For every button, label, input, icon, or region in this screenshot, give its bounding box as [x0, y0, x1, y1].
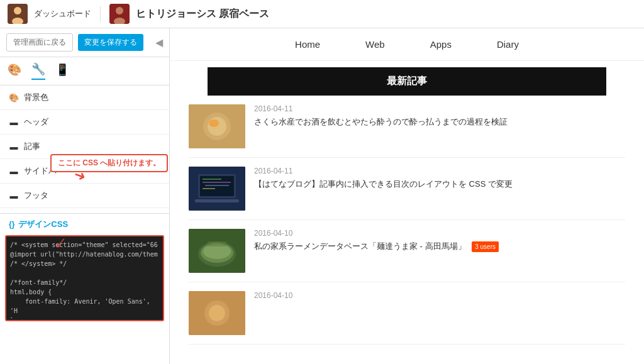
tab-wrench[interactable]: 🔧: [31, 62, 45, 80]
menu-item-sidebar[interactable]: ▬ サイドバー ここに CSS へ貼り付けます。 ➜: [0, 159, 169, 184]
design-css-section: {} デザインCSS ↓ /* <system section="theme" …: [0, 213, 169, 321]
menu-label-article: 記事: [24, 141, 40, 152]
svg-point-8: [208, 117, 226, 136]
post-content: 2016-04-11 さくら水産でお酒を飲むとやたら酔うので酔っ払うまでの過程を…: [254, 104, 625, 128]
post-content: 2016-04-10 私の家系ラーメンデータベース「麺達うま家 - 高田馬場」 …: [254, 229, 625, 253]
top-bar: ダッシュボード ヒトリジョーシス 原宿ベース: [0, 0, 644, 28]
site-avatar: [109, 4, 130, 24]
menu-item-footer[interactable]: ▬ フッタ: [0, 184, 169, 208]
save-button[interactable]: 変更を保存する: [78, 34, 143, 51]
post-item: 2016-04-10: [189, 282, 625, 345]
post-title: 私の家系ラーメンデータベース「麺達うま家 - 高田馬場」 3 users: [254, 240, 625, 253]
main-layout: 管理画面に戻る 変更を保存する ◀ 🎨 🔧 📱 🎨 背景色 ▬ ヘッダ ▬ 記事: [0, 28, 644, 364]
svg-rect-14: [203, 179, 221, 180]
post-item: 2016-04-10 私の家系ラーメンデータベース「麺達うま家 - 高田馬場」 …: [189, 220, 625, 282]
menu-item-background[interactable]: 🎨 背景色: [0, 85, 169, 110]
css-editor[interactable]: /* <system section="theme" selected="66 …: [6, 236, 163, 318]
menu-label-footer: フッタ: [24, 190, 48, 201]
collapse-button[interactable]: ◀: [155, 36, 163, 48]
svg-rect-17: [203, 188, 215, 189]
design-css-label: デザインCSS: [18, 219, 68, 230]
svg-point-1: [14, 7, 21, 14]
post-content: 2016-04-11 【はてなブログ】記事内に挿入できる目次のレイアウトを CS…: [254, 167, 625, 190]
post-date: 2016-04-11: [254, 167, 625, 175]
post-thumbnail: [189, 229, 245, 273]
preview-area: Home Web Apps Diary 最新記事: [170, 28, 644, 364]
css-annotation: ここに CSS へ貼り付けます。: [50, 154, 168, 172]
recent-header: 最新記事: [208, 67, 606, 96]
post-list: 2016-04-11 さくら水産でお酒を飲むとやたら酔うので酔っ払うまでの過程を…: [170, 96, 644, 345]
sidebar-menu: 🎨 背景色 ▬ ヘッダ ▬ 記事 ▬ サイドバー ここに CSS へ貼り付けます…: [0, 85, 169, 364]
braces-icon: {}: [9, 220, 14, 229]
post-date: 2016-04-11: [254, 104, 625, 113]
post-title: さくら水産でお酒を飲むとやたら酔うので酔っ払うまでの過程を検証: [254, 116, 625, 128]
post-date: 2016-04-10: [254, 291, 625, 300]
tab-palette[interactable]: 🎨: [8, 63, 21, 79]
svg-rect-13: [195, 199, 239, 202]
nav-web[interactable]: Web: [343, 28, 408, 61]
tab-mobile[interactable]: 📱: [55, 63, 69, 79]
post-item: 2016-04-11 【はてなブログ】記事内に挿入できる目次のレイアウトを CS…: [189, 158, 625, 220]
nav-diary[interactable]: Diary: [474, 28, 541, 61]
post-content: 2016-04-10: [254, 291, 625, 302]
header-icon: ▬: [9, 117, 19, 127]
svg-rect-15: [203, 182, 231, 183]
article-icon: ▬: [9, 141, 19, 152]
separator: [100, 6, 101, 21]
svg-rect-16: [205, 185, 229, 186]
svg-point-25: [209, 305, 225, 321]
palette-icon: 🎨: [9, 92, 19, 102]
users-badge: 3 users: [472, 241, 499, 252]
menu-item-header[interactable]: ▬ ヘッダ: [0, 110, 169, 135]
nav-apps[interactable]: Apps: [408, 28, 474, 61]
svg-rect-22: [208, 241, 226, 246]
post-item: 2016-04-11 さくら水産でお酒を飲むとやたら酔うので酔っ払うまでの過程を…: [189, 96, 625, 158]
sidebar-toolbar: 管理画面に戻る 変更を保存する ◀: [0, 28, 169, 57]
post-title: 【はてなブログ】記事内に挿入できる目次のレイアウトを CSS で変更: [254, 178, 625, 190]
back-button[interactable]: 管理画面に戻る: [6, 33, 73, 52]
css-editor-container: /* <system section="theme" selected="66 …: [5, 235, 164, 321]
svg-point-4: [116, 7, 123, 14]
design-css-header[interactable]: {} デザインCSS: [0, 214, 169, 235]
menu-label-background: 背景色: [24, 92, 48, 103]
menu-label-header: ヘッダ: [24, 116, 48, 128]
post-thumbnail: [189, 104, 245, 148]
preview-nav: Home Web Apps Diary: [170, 28, 644, 61]
site-name: ヒトリジョーシス 原宿ベース: [136, 8, 269, 21]
svg-point-9: [209, 119, 219, 127]
left-sidebar: 管理画面に戻る 変更を保存する ◀ 🎨 🔧 📱 🎨 背景色 ▬ ヘッダ ▬ 記事: [0, 28, 170, 364]
dashboard-label: ダッシュボード: [34, 8, 91, 19]
user-avatar: [8, 4, 28, 24]
post-thumbnail: [189, 291, 245, 335]
sidebar-tabs: 🎨 🔧 📱: [0, 57, 169, 85]
post-thumbnail: [189, 167, 245, 211]
post-date: 2016-04-10: [254, 229, 625, 238]
footer-icon: ▬: [9, 190, 19, 201]
nav-home[interactable]: Home: [272, 28, 343, 61]
sidebar-icon: ▬: [9, 166, 19, 176]
